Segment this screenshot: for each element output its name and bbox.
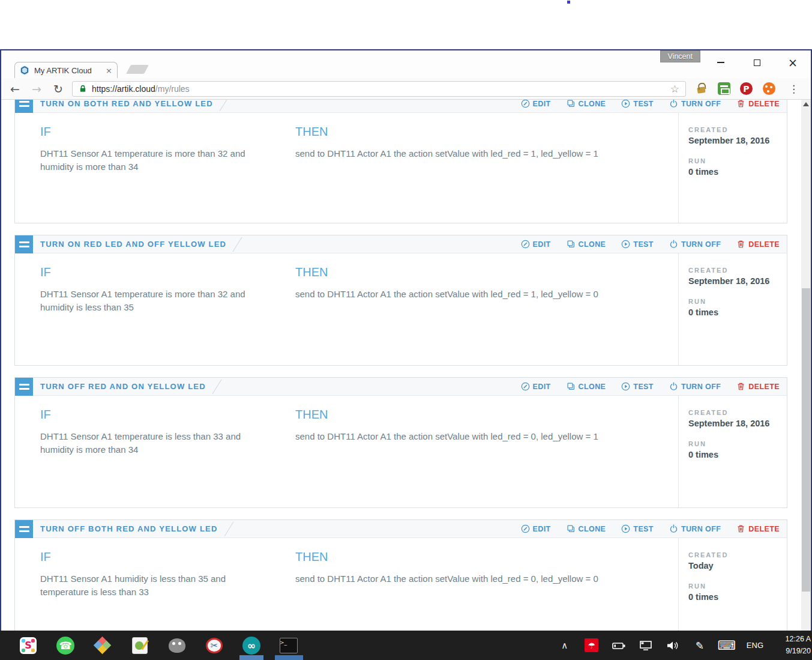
url-text: https://artik.cloud/my/rules	[92, 84, 190, 94]
created-label: CREATED	[688, 126, 783, 133]
snipping-tool-icon[interactable]: ✂	[205, 636, 224, 655]
delete-button[interactable]: DELETE	[736, 240, 780, 249]
green-save-extension-icon[interactable]	[717, 82, 730, 95]
secure-lock-icon[interactable]	[79, 84, 87, 93]
test-button[interactable]: TEST	[621, 100, 654, 108]
edit-button[interactable]: EDIT	[521, 100, 551, 108]
title-slash-decoration	[212, 380, 221, 394]
network-display-icon[interactable]	[639, 638, 653, 653]
rule-card: TURN ON RED LED AND OFF YELLOW LED EDIT …	[14, 235, 787, 366]
created-label: CREATED	[688, 267, 783, 274]
notepad-plus-plus-icon[interactable]	[130, 636, 149, 655]
minimize-button[interactable]	[712, 55, 729, 70]
refresh-icon[interactable]: ↻	[50, 82, 66, 95]
tab-title: My ARTIK Cloud	[34, 66, 101, 75]
created-value: September 18, 2016	[688, 419, 783, 428]
delete-button[interactable]: DELETE	[736, 524, 780, 533]
clone-button[interactable]: CLONE	[567, 524, 606, 533]
scrollbar-thumb[interactable]	[802, 288, 810, 592]
test-button[interactable]: TEST	[621, 382, 654, 391]
maximize-button[interactable]	[748, 55, 765, 70]
delete-button[interactable]: DELETE	[736, 100, 780, 108]
browser-tab[interactable]: My ARTIK Cloud ×	[14, 62, 118, 78]
if-condition-text: DHT11 Sensor A1 temperature is less than…	[40, 430, 251, 456]
keyboard-icon[interactable]: ⌨	[720, 638, 734, 653]
rule-card-body: IF DHT11 Sensor A1 temperature is more t…	[15, 113, 787, 223]
run-label: RUN	[688, 583, 783, 590]
orange-extension-icon[interactable]	[762, 82, 775, 95]
scrollbar-up-arrow[interactable]	[803, 102, 809, 106]
tab-close-icon[interactable]: ×	[106, 66, 112, 75]
stray-dot	[567, 1, 570, 4]
back-icon[interactable]: ←	[7, 82, 23, 95]
created-value: September 18, 2016	[688, 276, 783, 286]
avira-tray-icon[interactable]: ☂	[585, 638, 599, 653]
run-label: RUN	[688, 298, 783, 305]
drag-handle-icon[interactable]	[15, 378, 33, 396]
turn-off-button[interactable]: TURN OFF	[669, 524, 721, 533]
slack-icon[interactable]: S	[19, 636, 38, 655]
if-condition-text: DHT11 Sensor A1 temperature is more than…	[40, 147, 251, 174]
turn-off-button[interactable]: TURN OFF	[669, 240, 721, 249]
if-heading: IF	[40, 550, 295, 564]
meta-column: CREATED September 18, 2016 RUN 0 times	[678, 396, 787, 507]
rule-actions: EDIT CLONE TEST TURN OFF DELETE	[521, 524, 787, 533]
rules-list: TURN ON BOTH RED AND YELLOW LED EDIT CLO…	[1, 100, 811, 659]
browser-toolbar: ← → ↻ https://artik.cloud/my/rules ☆ P ⋮	[1, 78, 811, 100]
turn-off-button[interactable]: TURN OFF	[669, 382, 721, 391]
drag-handle-icon[interactable]	[15, 520, 33, 538]
bookmark-star-icon[interactable]: ☆	[670, 83, 679, 95]
forward-icon[interactable]: →	[29, 82, 44, 95]
test-button[interactable]: TEST	[621, 240, 654, 249]
then-column: THEN send to DHT11 Actor A1 the action s…	[295, 396, 678, 507]
then-heading: THEN	[295, 408, 678, 422]
rules-page: TURN ON BOTH RED AND YELLOW LED EDIT CLO…	[1, 100, 811, 659]
speaker-icon[interactable]	[666, 638, 680, 653]
clone-button[interactable]: CLONE	[567, 100, 606, 108]
if-column: IF DHT11 Sensor A1 temperature is more t…	[40, 113, 295, 223]
drag-handle-icon[interactable]	[15, 235, 33, 253]
drag-handle-icon[interactable]	[15, 100, 33, 113]
test-button[interactable]: TEST	[621, 524, 654, 533]
language-indicator[interactable]: ENG	[747, 641, 763, 650]
rule-card-header: TURN OFF RED AND ON YELLOW LED EDIT CLON…	[15, 378, 787, 396]
clock-date: 9/19/20	[786, 647, 811, 655]
rule-card-header: TURN ON RED LED AND OFF YELLOW LED EDIT …	[15, 235, 787, 253]
clone-button[interactable]: CLONE	[567, 240, 606, 249]
run-label: RUN	[688, 440, 783, 447]
edit-button[interactable]: EDIT	[521, 524, 551, 533]
turn-off-button[interactable]: TURN OFF	[669, 100, 721, 108]
minimize-icon	[717, 62, 724, 63]
gold-lock-extension-icon[interactable]	[694, 82, 708, 95]
pen-icon[interactable]: ✎	[693, 638, 707, 653]
edit-button[interactable]: EDIT	[521, 382, 551, 391]
arduino-icon[interactable]: ∞	[242, 636, 261, 655]
then-heading: THEN	[295, 550, 678, 564]
diff-tool-icon[interactable]	[93, 636, 112, 655]
terminal-icon[interactable]: >_	[279, 636, 298, 655]
new-tab-button[interactable]	[126, 65, 149, 74]
clone-button[interactable]: CLONE	[567, 382, 606, 391]
pinterest-extension-icon[interactable]: P	[740, 82, 753, 95]
browser-menu-icon[interactable]: ⋮	[785, 83, 802, 95]
clock[interactable]: 12:26 A 9/19/20	[776, 634, 811, 657]
whatsapp-icon[interactable]: ☎	[56, 636, 75, 655]
scrollbar[interactable]	[801, 100, 811, 659]
created-label: CREATED	[688, 409, 783, 416]
tray-chevron-up-icon[interactable]: ∧	[558, 638, 572, 653]
window-controls: ×	[712, 55, 801, 70]
gimp-icon[interactable]	[167, 636, 187, 655]
browser-window: My ARTIK Cloud × Vincent × ← → ↻ https:/…	[0, 49, 812, 660]
address-bar[interactable]: https://artik.cloud/my/rules ☆	[72, 81, 686, 97]
url-path: /my/rules	[155, 84, 190, 94]
if-heading: IF	[40, 408, 295, 422]
then-column: THEN send to DHT11 Actor A1 the action s…	[295, 253, 678, 365]
rule-actions: EDIT CLONE TEST TURN OFF DELETE	[521, 382, 787, 391]
close-icon: ×	[788, 57, 798, 68]
close-button[interactable]: ×	[784, 55, 801, 70]
edit-button[interactable]: EDIT	[521, 240, 551, 249]
title-slash-decoration	[233, 237, 242, 252]
battery-icon[interactable]	[612, 638, 626, 653]
profile-badge[interactable]: Vincent	[660, 50, 700, 62]
delete-button[interactable]: DELETE	[736, 382, 780, 391]
